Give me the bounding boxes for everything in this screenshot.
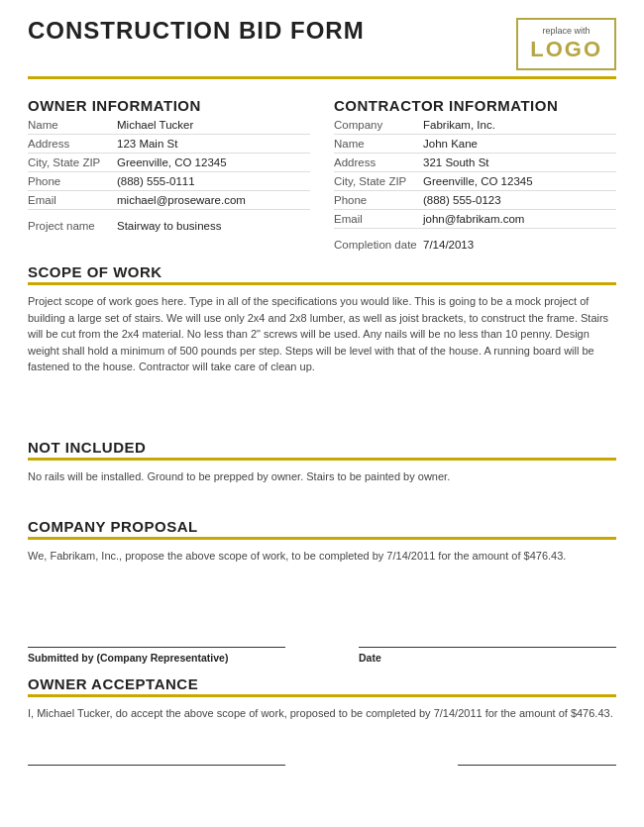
- table-row: Project name Stairway to business: [28, 210, 310, 236]
- not-included-divider: [28, 458, 616, 461]
- spacer-1: [28, 379, 616, 429]
- contractor-address-label: Address: [334, 154, 423, 172]
- bottom-right-line: [458, 765, 616, 766]
- spacer-2: [28, 488, 616, 508]
- owner-city-value: Greenville, CO 12345: [117, 154, 310, 172]
- spacer-3: [28, 569, 616, 618]
- owner-name-label: Name: [28, 116, 117, 135]
- date-signature-line: [359, 628, 616, 648]
- owner-address-label: Address: [28, 135, 117, 154]
- owner-info-table: Name Michael Tucker Address 123 Main St …: [28, 116, 310, 235]
- header: CONSTRUCTION BID FORM replace with LOGO: [28, 18, 616, 70]
- contractor-city-value: Greenville, CO 12345: [423, 172, 616, 191]
- rep-signature-line: [28, 628, 285, 648]
- not-included-body: No rails will be installed. Ground to be…: [28, 468, 616, 485]
- contractor-info-col: CONTRACTOR INFORMATION Company Fabrikam,…: [334, 87, 616, 254]
- table-row: Phone (888) 555-0123: [334, 191, 616, 210]
- rep-signature-block: Submitted by (Company Representative): [28, 628, 285, 664]
- signature-row: Submitted by (Company Representative) Da…: [28, 628, 616, 664]
- owner-phone-value: (888) 555-0111: [117, 172, 310, 191]
- contractor-email-value: john@fabrikam.com: [423, 210, 616, 229]
- date-signature-label: Date: [359, 652, 616, 664]
- scope-body: Project scope of work goes here. Type in…: [28, 293, 616, 375]
- completion-date-value: 7/14/2013: [423, 229, 616, 255]
- completion-date-label: Completion date: [334, 229, 423, 255]
- table-row: Company Fabrikam, Inc.: [334, 116, 616, 135]
- table-row: Address 321 South St: [334, 154, 616, 172]
- owner-acceptance-section: OWNER ACCEPTANCE I, Michael Tucker, do a…: [28, 675, 616, 722]
- signature-spacer: [307, 628, 337, 664]
- info-section: OWNER INFORMATION Name Michael Tucker Ad…: [28, 87, 616, 254]
- owner-email-label: Email: [28, 191, 117, 210]
- contractor-phone-label: Phone: [334, 191, 423, 210]
- logo-box: replace with LOGO: [516, 18, 616, 70]
- contractor-address-value: 321 South St: [423, 154, 616, 172]
- table-row: Address 123 Main St: [28, 135, 310, 154]
- header-divider: [28, 76, 616, 79]
- bottom-signature-row: [28, 765, 616, 766]
- owner-city-label: City, State ZIP: [28, 154, 117, 172]
- table-row: City, State ZIP Greenville, CO 12345: [28, 154, 310, 172]
- table-row: Phone (888) 555-0111: [28, 172, 310, 191]
- contractor-info-heading: CONTRACTOR INFORMATION: [334, 97, 616, 114]
- table-row: Name John Kane: [334, 135, 616, 154]
- owner-acceptance-heading: OWNER ACCEPTANCE: [28, 675, 616, 692]
- owner-name-value: Michael Tucker: [117, 116, 310, 135]
- contractor-company-value: Fabrikam, Inc.: [423, 116, 616, 135]
- date-signature-block: Date: [359, 628, 616, 664]
- contractor-name-value: John Kane: [423, 135, 616, 154]
- page-title: CONSTRUCTION BID FORM: [28, 18, 365, 44]
- logo-replace-text: replace with: [530, 26, 602, 37]
- owner-info-heading: OWNER INFORMATION: [28, 97, 310, 114]
- company-proposal-section: COMPANY PROPOSAL We, Fabrikam, Inc., pro…: [28, 518, 616, 565]
- contractor-name-label: Name: [334, 135, 423, 154]
- not-included-section: NOT INCLUDED No rails will be installed.…: [28, 439, 616, 485]
- company-proposal-divider: [28, 537, 616, 540]
- owner-email-value: michael@proseware.com: [117, 191, 310, 210]
- owner-info-col: OWNER INFORMATION Name Michael Tucker Ad…: [28, 87, 310, 254]
- scope-heading: SCOPE OF WORK: [28, 263, 616, 280]
- table-row: Email michael@proseware.com: [28, 191, 310, 210]
- contractor-phone-value: (888) 555-0123: [423, 191, 616, 210]
- contractor-city-label: City, State ZIP: [334, 172, 423, 191]
- col-spacer: [310, 87, 334, 254]
- owner-acceptance-body: I, Michael Tucker, do accept the above s…: [28, 705, 616, 722]
- table-row: Email john@fabrikam.com: [334, 210, 616, 229]
- company-proposal-heading: COMPANY PROPOSAL: [28, 518, 616, 535]
- company-proposal-body: We, Fabrikam, Inc., propose the above sc…: [28, 548, 616, 565]
- table-row: City, State ZIP Greenville, CO 12345: [334, 172, 616, 191]
- not-included-heading: NOT INCLUDED: [28, 439, 616, 456]
- logo-text: LOGO: [530, 37, 602, 62]
- table-row: Name Michael Tucker: [28, 116, 310, 135]
- bottom-left-line: [28, 765, 285, 766]
- scope-section: SCOPE OF WORK Project scope of work goes…: [28, 263, 616, 375]
- owner-phone-label: Phone: [28, 172, 117, 191]
- contractor-email-label: Email: [334, 210, 423, 229]
- contractor-info-table: Company Fabrikam, Inc. Name John Kane Ad…: [334, 116, 616, 254]
- owner-acceptance-divider: [28, 694, 616, 697]
- page: CONSTRUCTION BID FORM replace with LOGO …: [0, 0, 644, 827]
- scope-divider: [28, 282, 616, 285]
- project-name-label: Project name: [28, 210, 117, 236]
- owner-address-value: 123 Main St: [117, 135, 310, 154]
- project-name-value: Stairway to business: [117, 210, 310, 236]
- spacer-4: [28, 725, 616, 765]
- contractor-company-label: Company: [334, 116, 423, 135]
- rep-signature-label: Submitted by (Company Representative): [28, 652, 285, 664]
- table-row: Completion date 7/14/2013: [334, 229, 616, 255]
